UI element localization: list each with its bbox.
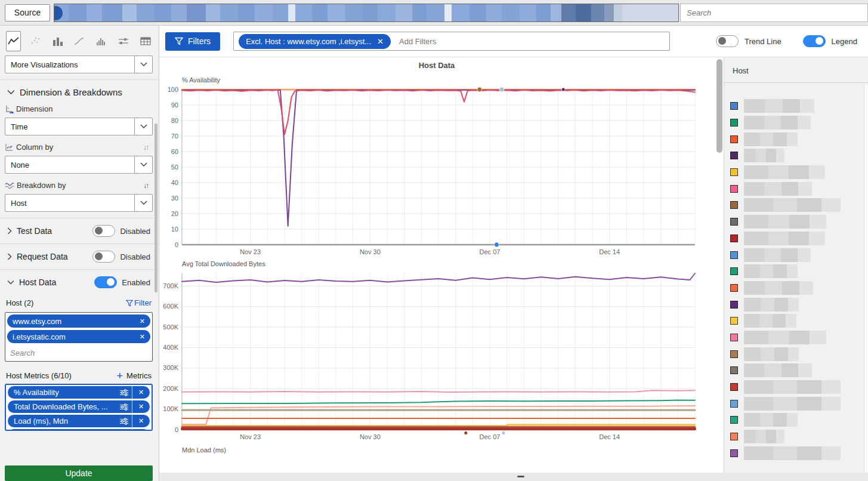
test-data-toggle[interactable]	[92, 225, 115, 237]
legend-item[interactable]	[724, 296, 868, 313]
legend-item[interactable]	[724, 346, 868, 362]
legend-item[interactable]	[724, 180, 868, 197]
request-data-toggle[interactable]	[92, 251, 115, 263]
legend-toggle[interactable]	[803, 35, 826, 47]
metric-pill[interactable]: Load (ms), Mdn✕	[8, 415, 150, 427]
host-data-label[interactable]: Host Data	[19, 278, 56, 287]
sidebar-scrollbar-thumb[interactable]	[155, 124, 157, 292]
sort-arrows-icon[interactable]: ↓↑	[143, 143, 153, 152]
redacted-host-name	[744, 99, 814, 113]
chevron-down-icon	[134, 195, 152, 211]
legend-scrollbar-track[interactable]	[864, 85, 868, 473]
metric-pill[interactable]: Total Downloaded Bytes, ...✕	[8, 400, 150, 413]
legend-item[interactable]	[724, 230, 868, 247]
horizontal-scrollbar	[159, 473, 868, 481]
more-visualizations-dropdown[interactable]: More Visualizations	[5, 56, 153, 73]
host-select-box[interactable]: www.etsy.com✕i.etsystatic.com✕ Search	[5, 312, 153, 362]
legend-label: Legend	[832, 37, 857, 46]
legend-item[interactable]	[724, 246, 868, 263]
remove-metric-icon[interactable]: ✕	[132, 386, 150, 399]
test-data-label[interactable]: Test Data	[17, 226, 52, 236]
histogram-icon[interactable]	[94, 31, 109, 51]
add-metrics-button[interactable]: + Metrics	[117, 371, 152, 380]
redacted-host-name	[744, 165, 825, 179]
remove-filter-icon[interactable]: ✕	[377, 37, 384, 46]
remove-host-icon[interactable]: ✕	[135, 333, 145, 341]
dimension-breakdowns-header[interactable]: Dimension & Breakdowns	[0, 80, 159, 103]
data-point-marker	[464, 431, 468, 435]
legend-item[interactable]	[724, 214, 868, 230]
legend-item[interactable]	[724, 379, 868, 396]
legend-item[interactable]	[724, 131, 868, 147]
main-scrollbar-thumb[interactable]	[716, 59, 722, 153]
metric-pill[interactable]: % Availability✕	[8, 386, 150, 399]
timeline-minimap[interactable]	[54, 4, 679, 22]
host-data-toggle[interactable]	[94, 276, 117, 288]
remove-metric-icon[interactable]: ✕	[132, 400, 150, 413]
line-chart-icon[interactable]	[6, 31, 21, 51]
scatter-plot-icon[interactable]	[28, 31, 43, 51]
redacted-host-name	[744, 331, 826, 344]
table-icon[interactable]	[138, 31, 153, 51]
remove-host-icon[interactable]: ✕	[135, 317, 145, 325]
redacted-host-name	[744, 264, 798, 278]
source-button[interactable]: Source	[5, 4, 50, 21]
column-by-select[interactable]: None	[5, 156, 153, 174]
legend-item[interactable]	[724, 164, 868, 181]
redacted-host-name	[744, 380, 841, 394]
legend-item[interactable]	[724, 428, 868, 445]
filters-button[interactable]: Filters	[165, 32, 220, 51]
legend-item[interactable]	[724, 362, 868, 379]
legend-item[interactable]	[724, 412, 868, 428]
svg-text:100K: 100K	[163, 405, 178, 412]
metric-settings-icon[interactable]	[116, 403, 132, 411]
sort-arrows-active-icon[interactable]: ↓↑	[143, 181, 153, 190]
redacted-host-name	[744, 215, 826, 229]
filter-chip[interactable]: Excl. Host : www.etsy.com ,i.etsyst... ✕	[239, 34, 391, 49]
data-point-marker	[502, 431, 505, 435]
bar-chart-icon[interactable]	[50, 31, 65, 51]
metrics-box[interactable]: % Availability✕Total Downloaded Bytes, .…	[5, 384, 153, 431]
legend-item[interactable]	[724, 197, 868, 214]
redacted-host-name	[744, 446, 841, 460]
redacted-host-name	[744, 347, 799, 361]
more-visualizations-label: More Visualizations	[5, 60, 134, 69]
legend-item[interactable]	[724, 313, 868, 329]
redacted-host-name	[744, 116, 811, 130]
remove-metric-icon[interactable]: ✕	[132, 429, 150, 431]
legend-item[interactable]	[724, 329, 868, 346]
metric-settings-icon[interactable]	[116, 389, 132, 396]
request-data-state: Disabled	[120, 252, 150, 261]
box-plot-icon[interactable]	[116, 31, 131, 51]
legend-item[interactable]	[724, 98, 868, 115]
legend-item[interactable]	[724, 395, 868, 412]
remove-metric-icon[interactable]: ✕	[132, 415, 150, 427]
legend-item[interactable]	[724, 147, 868, 164]
host-pill[interactable]: www.etsy.com✕	[7, 314, 150, 328]
redacted-host-name	[744, 298, 799, 312]
breakdown-by-label: Breakdown by	[17, 181, 66, 190]
host-filter-link[interactable]: Filter	[126, 298, 152, 307]
redacted-host-name	[744, 413, 798, 427]
breakdown-by-label-row: Breakdown by ↓↑	[0, 180, 159, 194]
filter-input[interactable]: Excl. Host : www.etsy.com ,i.etsyst... ✕…	[233, 32, 670, 51]
trend-line-toggle[interactable]	[716, 35, 739, 47]
host-search-placeholder[interactable]: Search	[7, 346, 150, 359]
metric-settings-icon[interactable]	[116, 418, 132, 425]
horizontal-scrollbar-thumb[interactable]	[517, 476, 524, 477]
breakdown-by-select[interactable]: Host	[5, 194, 153, 212]
legend-item[interactable]	[724, 280, 868, 297]
search-input[interactable]	[681, 4, 867, 21]
update-button[interactable]: Update	[5, 465, 153, 481]
dimension-select[interactable]: Time	[5, 118, 153, 135]
curve-icon[interactable]	[72, 31, 87, 51]
metric-pill[interactable]: ✕	[8, 429, 150, 431]
host-pill[interactable]: i.etsystatic.com✕	[7, 330, 150, 343]
legend-item[interactable]	[724, 115, 868, 131]
data-point-marker	[477, 87, 482, 92]
legend-item[interactable]	[724, 445, 868, 461]
host-count-label: Host (2)	[6, 298, 33, 307]
request-data-row: Request Data Disabled	[0, 244, 159, 269]
legend-item[interactable]	[724, 263, 868, 280]
request-data-label[interactable]: Request Data	[17, 252, 68, 261]
